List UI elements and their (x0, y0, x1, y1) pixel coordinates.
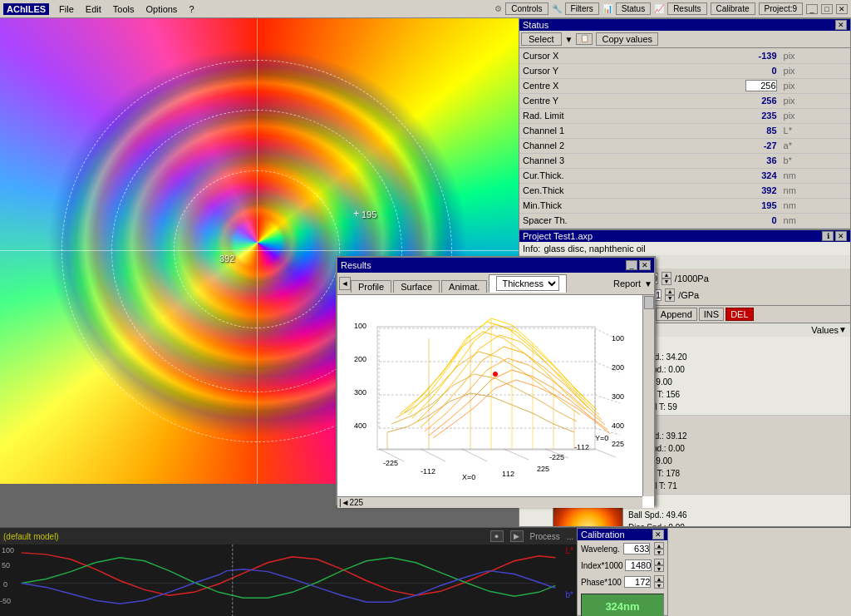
alpha-spin-up[interactable]: ▲ (665, 288, 675, 295)
dropdown-icon: ▼ (565, 35, 573, 44)
project-btn[interactable]: Project:9 (759, 2, 803, 15)
waveform-topbar: (default model) ● ▶ Process ... (0, 528, 577, 545)
results-vscrollbar[interactable] (642, 295, 654, 496)
item-3-info: RGB Ball Spd.: 34.20 Disc Spd.: 0.00 Loa… (625, 337, 850, 415)
wavelength-input[interactable] (623, 543, 650, 554)
results-close-btn[interactable]: ✕ (639, 260, 651, 270)
svg-text:112: 112 (502, 470, 514, 478)
controls-btn[interactable]: Controls (505, 2, 548, 15)
status-row-centre-x: Centre X pix (519, 78, 850, 93)
svg-text:100: 100 (354, 322, 366, 330)
centre-x-input[interactable] (745, 80, 777, 91)
maximize-app-btn[interactable]: □ (821, 4, 833, 14)
close-app-btn[interactable]: ✕ (836, 4, 848, 14)
project-win-btns: ℹ ✕ (822, 231, 847, 241)
copy-values-btn[interactable]: Copy values (596, 32, 658, 46)
eta-spinner[interactable]: ▲▼ (662, 272, 671, 285)
cal-close-btn[interactable]: ✕ (652, 530, 664, 540)
status-toolbar: Select ▼ 📋 Copy values (519, 31, 850, 48)
menu-edit[interactable]: Edit (81, 3, 106, 15)
svg-text:200: 200 (612, 363, 624, 372)
project-title-bar: Project Test1.axp ℹ ✕ (519, 230, 850, 242)
report-dropdown-icon[interactable]: ▼ (644, 279, 652, 288)
thickness-select[interactable]: Thickness (496, 276, 559, 291)
status-toolbar-btn[interactable]: Status (616, 2, 651, 15)
item-5-info: RGB Ball Spd.: 49.46 Disc Spd.: 0.00 Loa… (625, 495, 850, 528)
tab-surface[interactable]: Surface (393, 280, 440, 293)
wl-spin-up[interactable]: ▲ (654, 542, 664, 549)
y-label-100: 100 (2, 546, 14, 554)
status-close-btn[interactable]: ✕ (835, 20, 847, 30)
index-label: Index*1000 (581, 561, 623, 570)
rec-btn[interactable]: ● (490, 530, 504, 542)
status-row-ch1: Channel 1 85 L* (519, 123, 850, 138)
status-row-cur-thick: Cur.Thick. 324 nm (519, 168, 850, 183)
phase-input[interactable] (624, 576, 651, 588)
index-input[interactable] (625, 559, 652, 571)
status-row-cursor-x: Cursor X -139 pix (519, 48, 850, 63)
minimize-app-btn[interactable]: _ (806, 4, 818, 14)
process-label: Process (530, 532, 560, 541)
process-dots: ... (567, 532, 573, 541)
item-3-load: Load: 29.00 (628, 376, 847, 388)
item-3-central-t: Central T: 156 (628, 388, 847, 401)
icon-status: 📊 (603, 4, 612, 13)
svg-text:-112: -112 (574, 443, 589, 451)
bottom-section: (default model) ● ▶ Process ... 100 50 0… (0, 527, 851, 616)
cal-display-value: 324nm (605, 600, 639, 613)
results-minimize-btn[interactable]: _ (626, 260, 637, 270)
results-toolbar-btn[interactable]: Results (667, 2, 706, 15)
append-btn[interactable]: Append (656, 308, 697, 321)
copy-icon: 📋 (576, 33, 593, 45)
ch-l-label: L* (566, 546, 573, 555)
wl-spin-down[interactable]: ▼ (654, 549, 664, 555)
tab-profile[interactable]: Profile (351, 280, 391, 293)
menu-help[interactable]: ? (184, 3, 199, 15)
results-window: Results _ ✕ ◄ Profile Surface Animat. Th… (336, 256, 656, 505)
wavelength-label: Waveleng. (581, 545, 620, 554)
item-4-info: RGB Ball Spd.: 39.12 Disc Spd.: 0.00 Loa… (625, 416, 850, 494)
idx-spin-up[interactable]: ▲ (654, 559, 664, 565)
wavelength-spinner[interactable]: ▲▼ (654, 542, 664, 555)
play-btn[interactable]: ▶ (510, 530, 524, 542)
idx-spin-down[interactable]: ▼ (654, 565, 664, 572)
values-label: Values (811, 325, 839, 335)
menu-options[interactable]: Options (140, 3, 182, 15)
icon-filters: 🔧 (552, 4, 562, 13)
item-4-central-t: Central T: 178 (628, 467, 847, 480)
status-row-cursor-y: Cursor Y 0 pix (519, 63, 850, 78)
item-5-ball-spd: Ball Spd.: 49.46 (628, 509, 847, 521)
results-scroll-left[interactable]: ◄ (339, 277, 351, 290)
values-dropdown-icon[interactable]: ▼ (839, 325, 847, 334)
ph-spin-down[interactable]: ▼ (654, 582, 664, 589)
ins-btn[interactable]: INS (699, 308, 724, 321)
cal-title: Calibration (581, 530, 625, 540)
project-info-btn[interactable]: ℹ (822, 231, 834, 241)
results-tabs-row: ◄ Profile Surface Animat. Thickness Repo… (337, 273, 654, 295)
alpha-spinner[interactable]: ▲▼ (665, 288, 675, 302)
calibrate-btn[interactable]: Calibrate (711, 2, 755, 15)
y-label-0: 0 (3, 580, 7, 589)
info-label: Info: (523, 244, 540, 254)
ph-spin-up[interactable]: ▲ (654, 575, 664, 582)
filters-btn[interactable]: Filters (565, 2, 599, 15)
tab-animat[interactable]: Animat. (441, 280, 487, 293)
svg-rect-1 (337, 295, 642, 485)
eta-spin-down[interactable]: ▼ (662, 278, 671, 285)
del-btn[interactable]: DEL (726, 308, 753, 321)
index-spinner[interactable]: ▲▼ (654, 559, 664, 572)
menu-file[interactable]: File (54, 3, 79, 15)
eta-spin-up[interactable]: ▲ (662, 272, 671, 278)
project-close-btn[interactable]: ✕ (835, 231, 847, 241)
bottom-right-filler (668, 528, 851, 616)
status-row-centre-y: Centre Y 256 pix (519, 93, 850, 108)
status-select-btn[interactable]: Select (521, 32, 562, 46)
phase-spinner[interactable]: ▲▼ (654, 575, 664, 589)
item-3-ball-spd: Ball Spd.: 34.20 (628, 351, 847, 363)
menu-tools[interactable]: Tools (108, 3, 140, 15)
default-model-label: (default model) (3, 532, 59, 541)
hscroll-label: |◄225 (339, 498, 363, 507)
results-hscrollbar[interactable]: |◄225 (337, 496, 642, 508)
tab-thickness[interactable]: Thickness (489, 274, 567, 293)
alpha-spin-down[interactable]: ▼ (665, 295, 675, 302)
